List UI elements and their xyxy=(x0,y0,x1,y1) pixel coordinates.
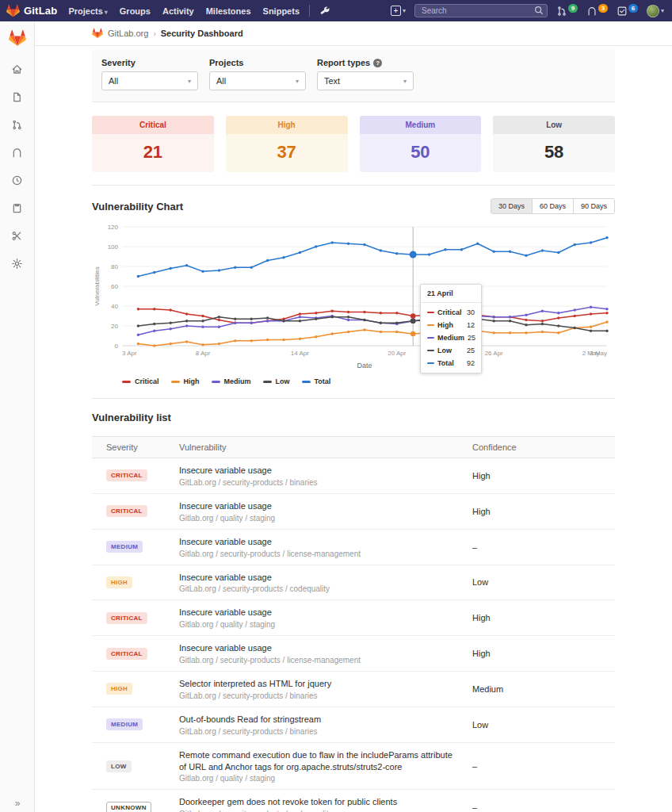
issues-count-badge: 3 xyxy=(598,4,608,13)
sidebar-item-issues[interactable] xyxy=(6,141,29,163)
pipeline-clock-icon xyxy=(11,174,23,186)
gitlab-brand[interactable]: GitLab xyxy=(6,4,57,17)
tooltip-row-medium: Medium25 xyxy=(421,331,481,344)
series-dash-icon xyxy=(171,381,180,383)
nav-link-snippets[interactable]: Snippets xyxy=(263,6,300,16)
tooltip-series-name: Medium xyxy=(437,334,464,342)
user-menu[interactable]: ▾ xyxy=(647,5,664,17)
svg-text:120: 120 xyxy=(108,224,119,231)
nav-link-groups[interactable]: Groups xyxy=(120,6,151,16)
search-input[interactable] xyxy=(414,4,548,17)
summary-card-value: 50 xyxy=(360,142,482,163)
tooltip-row-critical: Critical30 xyxy=(421,306,481,319)
legend-item-total: Total xyxy=(302,377,331,385)
sidebar-item-merge-requests[interactable] xyxy=(6,113,29,136)
group-avatar xyxy=(92,28,103,39)
vulnerability-project-path: GitLab.org / security-products / binarie… xyxy=(179,691,453,700)
sidebar-item-settings[interactable] xyxy=(6,252,29,274)
severity-badge: HIGH xyxy=(106,683,132,695)
severity-badge: CRITICAL xyxy=(106,648,147,660)
series-dash-icon xyxy=(263,381,272,383)
table-row[interactable]: UNKNOWNDoorkeeper gem does not revoke to… xyxy=(92,790,615,812)
navbar-divider xyxy=(309,5,310,17)
severity-badge: CRITICAL xyxy=(106,469,147,481)
table-row[interactable]: CRITICALInsecure variable usageGitlab.or… xyxy=(92,600,615,636)
vulnerability-title: Doorkeeper gem does not revoke token for… xyxy=(179,796,453,808)
confidence-value: High xyxy=(458,500,615,523)
confidence-value: – xyxy=(458,755,615,777)
range-button-60-days[interactable]: 60 Days xyxy=(532,198,574,214)
left-sidebar: » xyxy=(0,21,35,812)
breadcrumb-group-link[interactable]: GitLab.org xyxy=(108,29,148,38)
series-dash-icon xyxy=(212,381,220,383)
table-body: CRITICALInsecure variable usageGitLab.or… xyxy=(92,458,615,812)
severity-filter-select[interactable]: All ▾ xyxy=(101,71,198,90)
vulnerability-title: Out-of-bounds Read for stringstream xyxy=(179,714,453,726)
summary-card-high: High37 xyxy=(226,116,348,172)
table-row[interactable]: HIGHSelector interpreted as HTML for jqu… xyxy=(92,672,615,707)
admin-wrench-icon[interactable] xyxy=(319,6,330,17)
confidence-value: Medium xyxy=(458,678,615,700)
table-row[interactable]: MEDIUMInsecure variable usageGitlab.org … xyxy=(92,530,615,565)
range-button-30-days[interactable]: 30 Days xyxy=(491,198,533,214)
clipboard-icon xyxy=(11,202,23,214)
projects-filter-select[interactable]: All ▾ xyxy=(209,71,306,90)
tooltip-series-value: 30 xyxy=(467,308,475,316)
sidebar-expand-toggle[interactable]: » xyxy=(0,798,35,809)
tooltip-series-value: 92 xyxy=(467,359,475,367)
svg-text:40: 40 xyxy=(111,303,118,310)
tooltip-series-name: Total xyxy=(437,359,464,367)
confidence-value: Low xyxy=(458,571,615,593)
home-icon xyxy=(11,63,23,75)
summary-card-value: 58 xyxy=(493,142,615,163)
vulnerability-project-path: Gitlab.org / security-products / license… xyxy=(179,656,453,665)
day-range-button-group: 30 Days60 Days90 Days xyxy=(491,198,615,214)
range-button-90-days[interactable]: 90 Days xyxy=(573,198,615,214)
vulnerability-project-path: Gitlab.org / quality / staging xyxy=(179,620,453,629)
help-icon[interactable]: ? xyxy=(373,59,382,67)
table-row[interactable]: CRITICALInsecure variable usageGitLab.or… xyxy=(92,458,615,494)
vulnerability-table: Severity Vulnerability Confidence CRITIC… xyxy=(92,436,615,812)
nav-link-projects[interactable]: Projects▾ xyxy=(68,6,107,16)
vulnerability-project-path: Gitlab.org / security-products / license… xyxy=(179,550,453,558)
table-row[interactable]: CRITICALInsecure variable usageGitlab.or… xyxy=(92,494,615,530)
sidebar-item-pipelines[interactable] xyxy=(6,169,29,191)
issues-icon xyxy=(11,147,23,159)
list-title: Vulnerability list xyxy=(92,412,615,423)
table-row[interactable]: MEDIUMOut-of-bounds Read for stringstrea… xyxy=(92,707,615,743)
report-types-filter-select[interactable]: Text ▾ xyxy=(317,71,414,90)
tooltip-series-value: 12 xyxy=(467,321,475,329)
summary-card-low: Low58 xyxy=(493,116,615,172)
nav-link-activity[interactable]: Activity xyxy=(162,6,194,16)
new-menu-button[interactable]: + ▾ xyxy=(391,6,406,16)
merge-requests-button[interactable]: 9 xyxy=(556,6,578,17)
summary-card-value: 21 xyxy=(92,142,214,163)
vulnerability-title: Insecure variable usage xyxy=(179,642,453,654)
main-content: GitLab.org › Security Dashboard Severity… xyxy=(35,21,672,812)
issues-button[interactable]: 3 xyxy=(586,6,608,17)
confidence-value: – xyxy=(458,536,615,558)
sidebar-item-operations[interactable] xyxy=(6,197,29,219)
column-header-vulnerability: Vulnerability xyxy=(165,437,458,458)
todos-button[interactable]: 6 xyxy=(617,6,638,17)
gear-icon xyxy=(11,258,23,270)
nav-link-milestones[interactable]: Milestones xyxy=(206,6,251,16)
vulnerability-chart-section: Vulnerability Chart 30 Days60 Days90 Day… xyxy=(92,198,615,385)
table-row[interactable]: HIGHInsecure variable usageGitLab.org / … xyxy=(92,565,615,601)
summary-card-value: 37 xyxy=(226,142,348,163)
vulnerability-chart-canvas[interactable]: 0204060801001203 Apr8 Apr14 Apr20 Apr26 … xyxy=(92,222,615,373)
severity-badge: MEDIUM xyxy=(106,541,143,553)
sidebar-project-logo[interactable] xyxy=(6,26,29,50)
sidebar-item-overview[interactable] xyxy=(6,58,29,80)
tooltip-date: 21 April xyxy=(421,285,481,303)
svg-text:100: 100 xyxy=(108,243,119,251)
tooltip-series-name: Critical xyxy=(437,308,464,316)
sidebar-item-snippets[interactable] xyxy=(6,224,29,247)
todo-check-icon xyxy=(617,6,628,17)
table-row[interactable]: CRITICALInsecure variable usageGitlab.or… xyxy=(92,636,615,672)
table-row[interactable]: LOWRemote command execution due to flaw … xyxy=(92,743,615,791)
sidebar-item-repository[interactable] xyxy=(6,86,29,108)
series-dash-icon xyxy=(427,362,434,365)
chevron-down-icon: ▾ xyxy=(296,78,299,85)
severity-badge: MEDIUM xyxy=(106,718,143,730)
